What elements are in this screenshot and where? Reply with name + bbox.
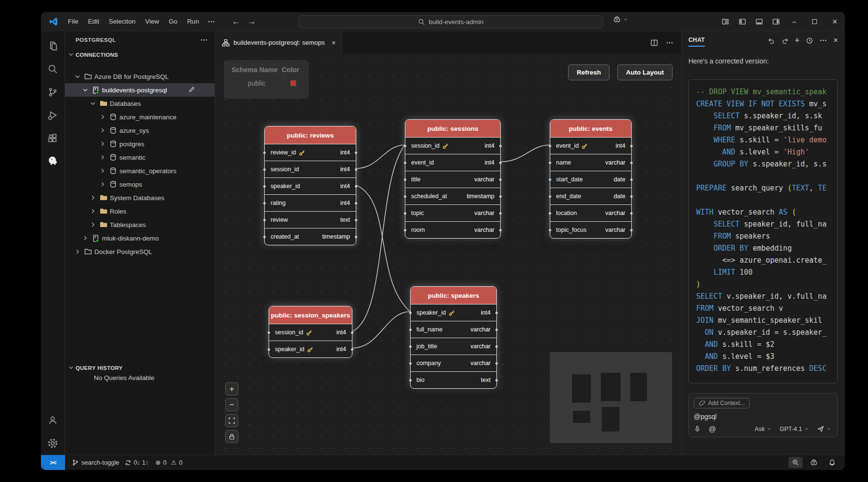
table-column-speaker_id[interactable]: speaker_idint4 [411, 304, 496, 321]
table-column-review[interactable]: reviewtext [265, 211, 356, 228]
table-node-public-reviews[interactable]: public: reviewsreview_idint4session_idin… [264, 126, 356, 245]
table-column-session_id[interactable]: session_idint4 [405, 137, 500, 154]
table-column-room[interactable]: roomvarchar [405, 221, 500, 238]
problems-status-item[interactable]: ⊗ 0 ⚠ 0 [155, 459, 182, 466]
table-column-topic_focus[interactable]: topic_focusvarchar [550, 221, 631, 238]
new-chat-icon[interactable]: + [795, 37, 800, 44]
table-column-bio[interactable]: biotext [411, 371, 496, 388]
remote-indicator[interactable]: >< [41, 455, 65, 470]
chat-more-actions-icon[interactable] [819, 37, 827, 44]
activity-settings[interactable] [41, 431, 65, 455]
toggle-primary-sidebar-icon[interactable] [734, 12, 751, 31]
schema-diagram-canvas[interactable]: public: reviewsreview_idint4session_idin… [215, 54, 681, 455]
zoom-fit-button[interactable] [225, 414, 238, 427]
auto-layout-button[interactable]: Auto Layout [617, 64, 673, 80]
chat-panel-title[interactable]: CHAT [688, 37, 705, 47]
table-title[interactable]: public: session_speakers [269, 306, 352, 324]
table-column-speaker_id[interactable]: speaker_idint4 [269, 341, 352, 357]
connections-section-header[interactable]: CONNECTIONS [65, 49, 215, 61]
window-minimize-button[interactable]: − [784, 12, 804, 31]
copilot-status-icon[interactable] [806, 457, 821, 468]
table-title[interactable]: public: reviews [265, 127, 356, 144]
window-close-button[interactable]: × [825, 12, 845, 31]
window-maximize-button[interactable] [804, 12, 825, 31]
zoom-out-button[interactable]: − [225, 398, 238, 411]
table-column-event_id[interactable]: event_idint4 [405, 154, 500, 171]
tree-item-databases[interactable]: Databases [65, 97, 215, 110]
undo-icon[interactable] [768, 37, 775, 44]
table-column-scheduled_at[interactable]: scheduled_attimestamp [405, 188, 500, 204]
activity-explorer[interactable] [41, 34, 65, 57]
table-column-event_id[interactable]: event_idint4 [550, 137, 631, 154]
zoom-in-button[interactable]: + [225, 382, 238, 395]
tree-item-buildevents-postgresql[interactable]: buildevents-postgresql [65, 83, 215, 97]
tree-item-azure-db-for-postgresql[interactable]: Azure DB for PostgreSQL [65, 70, 215, 83]
table-column-end_date[interactable]: end_datedate [550, 188, 631, 204]
table-column-title[interactable]: titlevarchar [405, 171, 500, 188]
menu-overflow-icon[interactable] [204, 18, 219, 25]
menu-edit[interactable]: Edit [83, 18, 104, 25]
chat-history-icon[interactable] [806, 37, 813, 44]
tree-item-postgres[interactable]: postgres [65, 137, 215, 151]
command-center-search[interactable]: build-events-admin [298, 15, 603, 28]
menu-file[interactable]: File [63, 18, 83, 25]
nav-back-icon[interactable]: ← [232, 17, 240, 26]
table-node-public-events[interactable]: public: eventsevent_idint4namevarcharsta… [550, 119, 632, 239]
refresh-button[interactable]: Refresh [568, 64, 609, 80]
table-node-public-speakers[interactable]: public: speakersspeaker_idint4full_namev… [410, 286, 497, 389]
table-column-review_id[interactable]: review_idint4 [265, 144, 356, 161]
chat-close-icon[interactable]: × [833, 37, 838, 44]
toggle-secondary-sidebar-icon[interactable] [767, 12, 784, 31]
tab-close-icon[interactable]: × [332, 38, 336, 47]
query-history-section-header[interactable]: QUERY HISTORY [65, 362, 215, 374]
chat-input-text[interactable]: @pgsql [694, 413, 832, 420]
menu-run[interactable]: Run [182, 18, 204, 25]
table-column-full_name[interactable]: full_namevarchar [411, 321, 496, 338]
activity-extensions[interactable] [41, 127, 65, 150]
editor-more-actions-icon[interactable] [666, 39, 674, 47]
tree-item-semantic[interactable]: semantic [65, 151, 215, 164]
branch-status-item[interactable]: search-toggle 0↓ 1↑ [72, 459, 149, 466]
toggle-panel-icon[interactable] [751, 12, 767, 31]
model-select[interactable]: GPT-4.1 [779, 426, 809, 432]
table-column-location[interactable]: locationvarchar [550, 204, 631, 221]
activity-source-control[interactable] [41, 80, 65, 103]
lock-canvas-button[interactable] [225, 430, 238, 443]
activity-account[interactable] [41, 408, 65, 431]
tree-item-docker-postgresql[interactable]: Docker PostgreSQL [65, 245, 215, 258]
table-column-company[interactable]: companyvarchar [411, 355, 496, 371]
tree-item-tablespaces[interactable]: Tablespaces [65, 218, 215, 231]
table-node-public-sessions[interactable]: public: sessionssession_idint4event_idin… [405, 119, 501, 239]
tree-item-semantic-operators[interactable]: semantic_operators [65, 164, 215, 178]
add-context-button[interactable]: Add Context... [694, 398, 750, 408]
edit-connection-icon[interactable] [188, 86, 195, 94]
activity-postgresql[interactable] [41, 150, 65, 173]
mention-icon[interactable]: @ [709, 425, 716, 433]
table-title[interactable]: public: speakers [411, 287, 496, 304]
menu-go[interactable]: Go [164, 18, 182, 25]
activity-search[interactable] [41, 57, 65, 80]
sidebar-more-actions-icon[interactable] [200, 36, 208, 44]
table-title[interactable]: public: events [550, 120, 631, 137]
redo-icon[interactable] [781, 37, 789, 44]
tree-item-roles[interactable]: Roles [65, 204, 215, 218]
customize-layout-icon[interactable] [717, 12, 734, 31]
table-column-rating[interactable]: ratingint4 [265, 194, 356, 211]
nav-forward-icon[interactable]: → [247, 17, 256, 26]
notifications-bell-icon[interactable] [825, 457, 839, 468]
table-column-start_date[interactable]: start_datedate [550, 171, 631, 188]
tree-item-semops[interactable]: semops [65, 178, 215, 191]
table-node-public-session-speakers[interactable]: public: session_speakerssession_idint4sp… [269, 306, 352, 358]
menu-view[interactable]: View [141, 18, 164, 25]
table-column-name[interactable]: namevarchar [550, 154, 631, 171]
table-column-session_id[interactable]: session_idint4 [269, 324, 352, 341]
tab-schema-visualization[interactable]: buildevents-postgresql: semops × [215, 31, 342, 54]
send-button[interactable] [817, 425, 831, 432]
activity-run-debug[interactable] [41, 103, 65, 127]
microphone-icon[interactable] [694, 425, 701, 432]
tree-item-system-databases[interactable]: System Databases [65, 191, 215, 204]
zoom-status-icon[interactable] [789, 457, 803, 468]
diagram-minimap[interactable] [550, 352, 672, 443]
table-column-speaker_id[interactable]: speaker_idint4 [265, 178, 356, 194]
chat-input-box[interactable]: Add Context... @pgsql @ Ask GPT-4.1 [688, 393, 838, 437]
